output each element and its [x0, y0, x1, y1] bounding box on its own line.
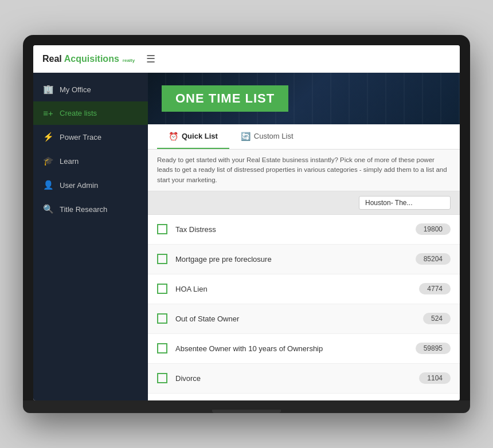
description-text: Ready to get started with your Real Esta…: [157, 156, 447, 183]
row-checkbox[interactable]: [157, 254, 167, 264]
sidebar-item-label: User Admin: [60, 181, 98, 190]
content-area: ONE TIME LIST ⏰ Quick List 🔄 Custom List: [148, 73, 460, 400]
custom-list-icon: 🔄: [241, 132, 251, 141]
main-layout: 🏢 My Office ≡+ Create lists ⚡ Power Trac…: [33, 73, 460, 400]
sidebar-item-label: Power Trace: [60, 133, 101, 142]
sidebar-item-my-office[interactable]: 🏢 My Office: [33, 77, 148, 101]
learn-icon: 🎓: [42, 156, 54, 166]
description-bar: Ready to get started with your Real Esta…: [148, 150, 460, 191]
row-count: 4774: [419, 283, 451, 294]
sidebar-item-create-lists[interactable]: ≡+ Create lists: [33, 101, 148, 125]
list-item: Mortgage pre pre foreclosure85204: [148, 245, 460, 274]
row-count: 1104: [419, 372, 451, 384]
location-filter-input[interactable]: [359, 196, 451, 210]
sidebar-item-label: Create lists: [60, 109, 97, 117]
tab-label: Custom List: [254, 132, 294, 140]
list-item: Absentee Owner with 10 years of Ownershi…: [148, 334, 460, 364]
row-count: 85204: [416, 253, 451, 265]
hamburger-icon[interactable]: ☰: [146, 53, 155, 65]
row-label: HOA Lien: [175, 285, 411, 293]
sidebar-item-label: Title Research: [60, 205, 107, 214]
app-logo: Real Acquisitions realty: [42, 54, 135, 64]
sidebar-item-learn[interactable]: 🎓 Learn: [33, 149, 148, 173]
list-item: Divorce1104: [148, 364, 460, 394]
list-item: Out of State Owner524: [148, 304, 460, 334]
logo-real: Real: [42, 54, 62, 64]
user-admin-icon: 👤: [42, 180, 54, 190]
office-icon: 🏢: [42, 84, 54, 95]
row-label: Tax Distress: [175, 225, 408, 234]
tab-label: Quick List: [182, 132, 218, 140]
hero-banner: ONE TIME LIST: [148, 73, 460, 124]
row-checkbox[interactable]: [157, 343, 167, 353]
laptop-base: [23, 400, 470, 413]
topbar: Real Acquisitions realty ☰: [33, 45, 460, 73]
sidebar-item-power-trace[interactable]: ⚡ Power Trace: [33, 125, 148, 149]
lead-list: Tax Distress19800Mortgage pre pre forecl…: [148, 215, 460, 400]
sidebar-item-label: Learn: [60, 157, 79, 166]
row-label: Divorce: [175, 374, 411, 383]
row-label: Out of State Owner: [175, 315, 415, 323]
row-checkbox[interactable]: [157, 224, 167, 234]
logo-acquisitions: Acquisitions: [64, 54, 119, 64]
list-item: HOA Lien4774: [148, 274, 460, 304]
tab-quick-list[interactable]: ⏰ Quick List: [157, 124, 229, 149]
list-item: Tax Distress19800: [148, 215, 460, 245]
one-time-list-button[interactable]: ONE TIME LIST: [162, 85, 288, 112]
list-item: Income Tax Liens962: [148, 394, 460, 400]
tab-custom-list[interactable]: 🔄 Custom List: [229, 124, 305, 149]
title-research-icon: 🔍: [42, 204, 54, 214]
row-count: 524: [423, 313, 451, 324]
row-checkbox[interactable]: [157, 284, 167, 294]
filter-bar: [148, 191, 460, 215]
row-checkbox[interactable]: [157, 313, 167, 324]
row-label: Absentee Owner with 10 years of Ownershi…: [175, 344, 408, 353]
row-count: 19800: [416, 223, 451, 235]
power-trace-icon: ⚡: [42, 132, 54, 142]
screen: Real Acquisitions realty ☰ 🏢 My Office ≡…: [33, 45, 460, 400]
tabs-bar: ⏰ Quick List 🔄 Custom List: [148, 124, 460, 150]
create-lists-icon: ≡+: [42, 108, 54, 118]
sidebar-item-title-research[interactable]: 🔍 Title Research: [33, 197, 148, 221]
row-checkbox[interactable]: [157, 373, 167, 383]
laptop-frame: Real Acquisitions realty ☰ 🏢 My Office ≡…: [23, 35, 470, 413]
sidebar: 🏢 My Office ≡+ Create lists ⚡ Power Trac…: [33, 73, 148, 400]
quick-list-icon: ⏰: [169, 132, 178, 141]
row-count: 59895: [416, 343, 451, 354]
row-label: Mortgage pre pre foreclosure: [175, 255, 408, 264]
sidebar-item-user-admin[interactable]: 👤 User Admin: [33, 173, 148, 197]
sidebar-item-label: My Office: [60, 85, 91, 94]
logo-realty: realty: [123, 58, 135, 63]
